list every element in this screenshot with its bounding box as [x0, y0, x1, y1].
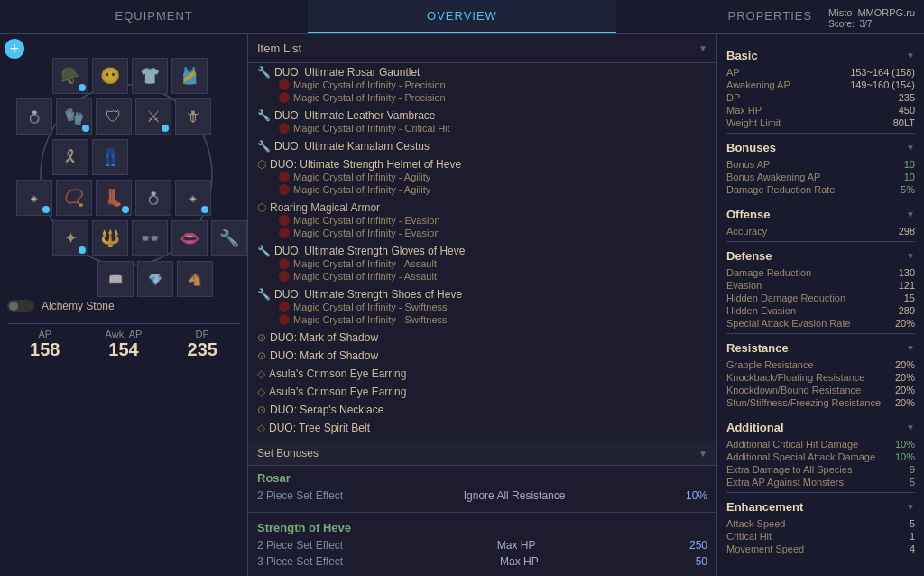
set-effect-label: 3 Piece Set Effect	[257, 555, 343, 568]
main-content: + 🪖 😶 👕 🎽 💍 🧤 🛡 ⚔ 🗡 �	[0, 34, 924, 576]
slot-gloves[interactable]: 🧤	[56, 98, 92, 135]
stat-row: Movement Speed 4	[726, 543, 915, 555]
slot-mount[interactable]: 🐴	[177, 261, 213, 297]
stat-row: Max HP 450	[726, 104, 915, 116]
set-effect-desc: Max HP	[497, 539, 536, 552]
slot-pants[interactable]: 👖	[92, 139, 128, 175]
list-item[interactable]: ◇ Asula's Crimson Eye Earring	[248, 365, 716, 383]
stat-row: Grapple Resistance 20%	[726, 358, 915, 371]
slot-costume[interactable]: 🎽	[171, 58, 208, 94]
slot-top[interactable]: 👕	[132, 58, 168, 94]
stat-row: Accuracy 298	[726, 225, 915, 237]
list-item[interactable]: ⊙ DUO: Serap's Necklace	[248, 401, 716, 419]
stat-row: DP 235	[726, 91, 915, 104]
slot-weapon[interactable]: ⚔	[135, 98, 171, 135]
set-bonuses-header: Set Bonuses ▼	[248, 441, 716, 466]
slot-sub4[interactable]: 🔧	[211, 220, 247, 256]
stat-row: Stun/Stiffness/Freezing Resistance 20%	[726, 396, 915, 409]
set-effect-desc: Ignore All Resistance	[464, 489, 566, 502]
bonuses-stats: Bonus AP 10 Bonus Awakening AP 10 Damage…	[726, 158, 915, 196]
slot-boots[interactable]: 👢	[96, 180, 132, 216]
divider	[726, 333, 915, 334]
slot-belt[interactable]: 🎗	[52, 139, 88, 175]
slot-necklace[interactable]: 📿	[56, 180, 92, 216]
stat-awk-ap: Awk. AP 154	[106, 329, 143, 360]
list-item[interactable]: 🔧 DUO: Ultimate Rosar Gauntlet Magic Cry…	[248, 63, 716, 107]
item-list-collapse[interactable]: ▼	[698, 43, 707, 53]
bonuses-collapse[interactable]: ▼	[906, 143, 915, 153]
stat-row: Bonus Awakening AP 10	[726, 171, 915, 183]
slot-ring1[interactable]: 💍	[16, 98, 52, 135]
slot-sub2[interactable]: 👓	[132, 220, 168, 256]
stat-row: Evasion 121	[726, 279, 915, 292]
set-effect-desc: Max HP	[500, 555, 539, 568]
stat-row: Knockback/Floating Resistance 20%	[726, 371, 915, 384]
set-bonuses-collapse[interactable]: ▼	[698, 449, 707, 459]
enhancement-collapse[interactable]: ▼	[906, 502, 915, 512]
stat-row: Extra AP Against Monsters 5	[726, 476, 915, 488]
slot-awakening[interactable]: ✦	[52, 220, 88, 256]
set-effect-value: 10%	[686, 489, 707, 502]
bottom-stats: AP 158 Awk. AP 154 DP 235	[7, 323, 240, 365]
middle-panel: Item List ▼ 🔧 DUO: Ultimate Rosar Gauntl…	[248, 34, 717, 576]
tab-overview[interactable]: OVERVIEW	[308, 0, 615, 33]
list-item[interactable]: 🔧 DUO: Ultimate Strength Gloves of Heve …	[248, 242, 716, 285]
alchemy-toggle[interactable]	[7, 300, 34, 312]
slot-sub1[interactable]: 🔱	[92, 220, 128, 256]
list-item[interactable]: 🔧 DUO: Ultimate Strength Shoes of Heve M…	[248, 285, 716, 329]
section-enhancement: Enhancement ▼	[726, 500, 915, 514]
slot-sub3[interactable]: 👄	[171, 220, 208, 256]
list-item[interactable]: ⬡ Roaring Magical Armor Magic Crystal of…	[248, 199, 716, 242]
slot-book[interactable]: 📖	[97, 261, 134, 297]
list-item[interactable]: 🔧 DUO: Ultimate Kamalam Cestus	[248, 137, 716, 155]
top-navigation: EQUIPMENT OVERVIEW PROPERTIES Misto MMOR…	[0, 0, 924, 34]
add-button[interactable]: +	[5, 39, 24, 59]
enhancement-stats: Attack Speed 5 Critical Hit 1 Movement S…	[726, 517, 915, 555]
alchemy-label: Alchemy Stone	[42, 300, 115, 312]
list-item[interactable]: ⬡ DUO: Ultimate Strength Helmet of Heve …	[248, 155, 716, 199]
slot-face[interactable]: 😶	[92, 58, 128, 94]
defense-collapse[interactable]: ▼	[906, 251, 915, 261]
additional-collapse[interactable]: ▼	[906, 423, 915, 432]
offense-stats: Accuracy 298	[726, 225, 915, 237]
slot-earring1[interactable]: ◈	[16, 180, 52, 216]
section-offense: Offense ▼	[726, 208, 915, 221]
set-effect-label: 2 Piece Set Effect	[257, 539, 343, 552]
alchemy-row: Alchemy Stone	[7, 296, 240, 316]
slot-earring2[interactable]: ◈	[175, 180, 211, 216]
set-effect-label: 2 Piece Set Effect	[257, 489, 343, 502]
set-effect-row: 2 Piece Set Effect Ignore All Resistance…	[257, 488, 707, 504]
divider	[248, 512, 716, 513]
stat-row: Knockdown/Bound Resistance 20%	[726, 384, 915, 396]
slot-head[interactable]: 🪖	[52, 58, 88, 94]
basic-collapse[interactable]: ▼	[906, 51, 915, 60]
divider	[726, 133, 915, 134]
list-item[interactable]: 🔧 DUO: Ultimate Leather Vambrace Magic C…	[248, 107, 716, 137]
stat-ap: AP 158	[30, 329, 60, 360]
list-item[interactable]: ◇ Asula's Crimson Eye Earring	[248, 383, 716, 401]
list-item[interactable]: ◇ DUO: Tree Spirit Belt	[248, 419, 716, 437]
set-effect-value: 50	[696, 555, 707, 568]
item-list-header: Item List ▼	[248, 34, 716, 63]
list-item[interactable]: ⊙ DUO: Mark of Shadow	[248, 329, 716, 347]
slot-gem[interactable]: 💎	[137, 261, 173, 297]
stat-row: Damage Reduction 130	[726, 266, 915, 279]
stat-row: Critical Hit 1	[726, 530, 915, 543]
stat-row: Extra Damage to All Species 9	[726, 463, 915, 476]
stat-row: AP 153~164 (158)	[726, 66, 915, 79]
set-rosar: Rosar 2 Piece Set Effect Ignore All Resi…	[248, 466, 716, 509]
slot-offhand[interactable]: 🗡	[175, 98, 211, 135]
offense-collapse[interactable]: ▼	[906, 209, 915, 219]
slot-ring2[interactable]: 💍	[135, 180, 171, 216]
set-effect-value: 250	[689, 539, 707, 552]
section-basic: Basic ▼	[726, 49, 915, 62]
divider	[726, 413, 915, 413]
set-strength-heve: Strength of Heve 2 Piece Set Effect Max …	[248, 516, 716, 575]
list-item[interactable]: ⊙ DUO: Mark of Shadow	[248, 347, 716, 365]
item-list: 🔧 DUO: Ultimate Rosar Gauntlet Magic Cry…	[248, 63, 716, 437]
resistance-collapse[interactable]: ▼	[906, 343, 915, 353]
set-effect-row: 3 Piece Set Effect Max HP 50	[257, 553, 707, 570]
tab-equipment[interactable]: EQUIPMENT	[0, 0, 308, 33]
equipment-panel: + 🪖 😶 👕 🎽 💍 🧤 🛡 ⚔ 🗡 �	[0, 34, 248, 576]
slot-armor[interactable]: 🛡	[96, 98, 132, 135]
